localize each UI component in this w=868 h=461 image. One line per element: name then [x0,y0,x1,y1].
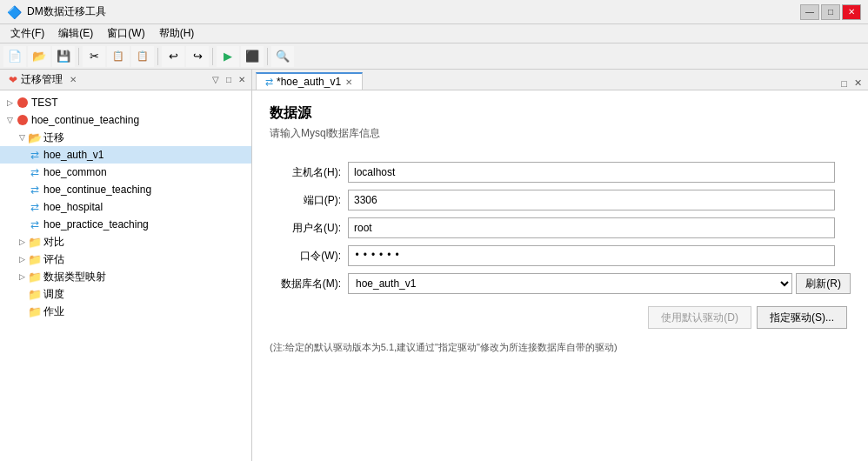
label-hoe-auth: hoe_auth_v1 [43,149,103,161]
toolbar-open[interactable]: 📂 [28,46,50,67]
left-panel-restore-btn[interactable]: □ [224,74,234,85]
title-bar-left: 🔷 DM数据迁移工具 [7,4,106,19]
expand-hoe-continue[interactable]: ▽ [3,114,16,126]
label-test: TEST [31,97,58,109]
dbname-field: hoe_auth_v1 刷新(R) [348,270,851,297]
icon-hoe-common: ⇄ [28,165,42,179]
menu-help[interactable]: 帮助(H) [152,24,202,43]
dbname-select-row: hoe_auth_v1 刷新(R) [348,273,851,294]
close-button[interactable]: ✕ [842,4,861,20]
user-row: 用户名(U): [270,214,851,242]
migration-manager-icon: ❤ [9,74,17,86]
right-tab-controls: □ ✕ [838,77,865,90]
main-container: ❤ 迁移管理 ✕ ▽ □ ✕ ▷ TEST [0,70,868,461]
host-row: 主机名(H): [270,158,851,186]
title-bar-controls: — □ ✕ [800,4,861,20]
left-panel-menu-btn[interactable]: ▽ [210,74,222,85]
host-input[interactable] [348,162,835,183]
expand-test[interactable]: ▷ [3,97,16,109]
toolbar-save[interactable]: 💾 [52,46,75,67]
right-tab-bar: ⇄ *hoe_auth_v1 ✕ □ ✕ [252,70,868,90]
password-label: 口令(W): [270,242,348,270]
menu-file[interactable]: 文件(F) [3,24,51,43]
label-migrate: 迁移 [43,130,64,145]
expand-homework [16,305,28,317]
toolbar-stop[interactable]: ⬛ [241,46,264,67]
user-input[interactable] [348,217,835,238]
password-row: 口令(W): [270,242,851,270]
hoe-auth-tab-close[interactable]: ✕ [344,77,353,87]
port-input[interactable] [348,190,835,210]
left-panel-tab-bar: ❤ 迁移管理 ✕ ▽ □ ✕ [0,70,251,90]
user-label: 用户名(U): [270,214,348,242]
tree-item-compare[interactable]: ▷ 📁 对比 [0,233,251,251]
password-field [348,242,851,270]
toolbar-redo[interactable]: ↪ [186,46,209,67]
label-hoe-hospital: hoe_hospital [43,201,103,213]
tree-item-hoe-hospital[interactable]: ⇄ hoe_hospital [0,198,251,216]
content-area: 数据源 请输入Mysql数据库信息 主机名(H): 端口(P): [252,90,868,461]
migration-manager-tab[interactable]: ❤ 迁移管理 ✕ [3,70,82,89]
toolbar-search[interactable]: 🔍 [271,46,294,67]
maximize-button[interactable]: □ [821,4,840,20]
refresh-button[interactable]: 刷新(R) [796,273,851,294]
toolbar-new[interactable]: 📄 [3,46,26,67]
left-panel: ❤ 迁移管理 ✕ ▽ □ ✕ ▷ TEST [0,70,252,461]
menu-window[interactable]: 窗口(W) [100,24,151,43]
toolbar-copy[interactable]: 📋 [107,46,130,67]
port-field [348,186,851,214]
expand-eval[interactable]: ▷ [16,253,28,265]
dbname-row: 数据库名(M): hoe_auth_v1 刷新(R) [270,270,851,297]
use-default-driver-button: 使用默认驱动(D) [648,306,751,329]
menu-edit[interactable]: 编辑(E) [51,24,100,43]
left-panel-close-btn[interactable]: ✕ [236,74,248,85]
right-panel: ⇄ *hoe_auth_v1 ✕ □ ✕ 数据源 请输入Mysql数据库信息 主… [252,70,868,461]
app-icon: 🔷 [7,5,22,19]
migration-manager-tab-close[interactable]: ✕ [70,75,77,84]
icon-homework: 📁 [28,304,42,318]
host-label: 主机名(H): [270,158,348,186]
icon-hoe-continue-teaching: ⇄ [28,183,42,197]
tree-item-hoe-practice[interactable]: ⇄ hoe_practice_teaching [0,216,251,233]
icon-hoe-continue [16,113,30,127]
tree-item-hoe-continue-teaching[interactable]: ⇄ hoe_continue_teaching [0,181,251,198]
dbname-select[interactable]: hoe_auth_v1 [348,273,792,294]
right-panel-maximize-btn[interactable]: □ [838,77,850,90]
label-hoe-practice: hoe_practice_teaching [43,218,149,230]
expand-migrate[interactable]: ▽ [16,131,28,144]
toolbar-separator-2 [157,48,158,65]
tree-item-hoe-common[interactable]: ⇄ hoe_common [0,164,251,181]
toolbar-paste[interactable]: 📋 [131,46,154,67]
right-panel-close-btn[interactable]: ✕ [851,77,865,90]
expand-typemap[interactable]: ▷ [16,271,28,283]
password-input[interactable] [348,245,835,266]
toolbar-cut[interactable]: ✂ [83,46,105,67]
label-compare: 对比 [43,235,64,250]
toolbar-run[interactable]: ▶ [217,46,239,67]
expand-compare[interactable]: ▷ [16,236,28,248]
tree-container[interactable]: ▷ TEST ▽ hoe_continue_teaching ▽ 📂 [0,90,251,461]
specify-driver-button[interactable]: 指定驱动(S)... [757,306,847,329]
dbname-label: 数据库名(M): [270,270,348,297]
tree-item-test[interactable]: ▷ TEST [0,94,251,111]
form-title: 数据源 [270,104,851,123]
icon-compare: 📁 [28,235,42,249]
label-hoe-continue: hoe_continue_teaching [31,114,139,126]
icon-hoe-hospital: ⇄ [28,200,42,214]
minimize-button[interactable]: — [800,4,819,20]
icon-hoe-auth: ⇄ [28,148,42,162]
tree-item-hoe-auth[interactable]: ⇄ hoe_auth_v1 [0,146,251,164]
tree-item-homework[interactable]: 📁 作业 [0,303,251,320]
tree-item-typemap[interactable]: ▷ 📁 数据类型映射 [0,268,251,285]
toolbar-undo[interactable]: ↩ [162,46,184,67]
tree-item-schedule[interactable]: 📁 调度 [0,285,251,303]
toolbar: 📄 📂 💾 ✂ 📋 📋 ↩ ↪ ▶ ⬛ 🔍 [0,43,868,70]
hoe-auth-tab[interactable]: ⇄ *hoe_auth_v1 ✕ [256,72,363,90]
icon-hoe-practice: ⇄ [28,217,42,231]
tree-item-eval[interactable]: ▷ 📁 评估 [0,251,251,268]
port-row: 端口(P): [270,186,851,214]
toolbar-separator-4 [267,48,268,65]
tree-item-hoe-continue[interactable]: ▽ hoe_continue_teaching [0,111,251,129]
tree-item-migrate-folder[interactable]: ▽ 📂 迁移 [0,129,251,146]
bottom-buttons: 使用默认驱动(D) 指定驱动(S)... [270,306,851,329]
